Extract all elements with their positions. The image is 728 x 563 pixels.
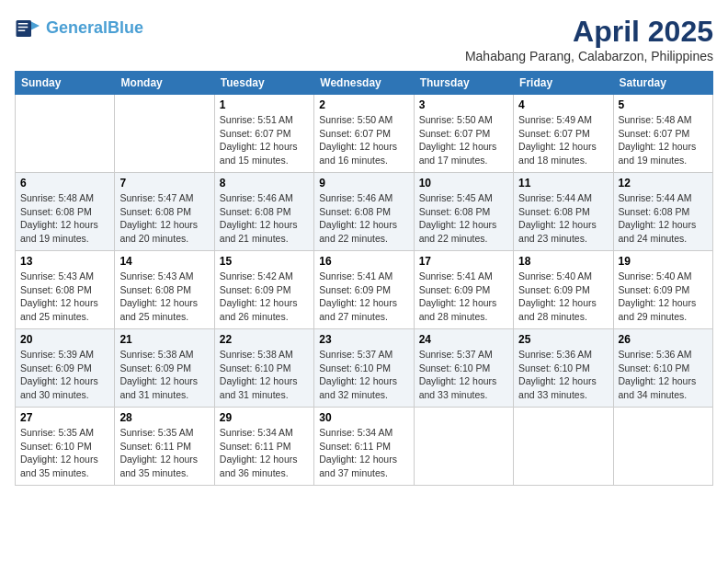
day-info: Sunrise: 5:51 AM Sunset: 6:07 PM Dayligh… xyxy=(220,113,309,167)
calendar-day-cell: 14Sunrise: 5:43 AM Sunset: 6:08 PM Dayli… xyxy=(115,251,214,329)
calendar-day-cell: 16Sunrise: 5:41 AM Sunset: 6:09 PM Dayli… xyxy=(314,251,414,329)
calendar-day-cell xyxy=(115,95,214,173)
day-info: Sunrise: 5:37 AM Sunset: 6:10 PM Dayligh… xyxy=(319,348,408,402)
day-info: Sunrise: 5:40 AM Sunset: 6:09 PM Dayligh… xyxy=(619,270,708,324)
day-info: Sunrise: 5:50 AM Sunset: 6:07 PM Dayligh… xyxy=(319,113,408,167)
weekday-header: Wednesday xyxy=(314,72,414,95)
svg-rect-0 xyxy=(17,20,32,37)
day-number: 5 xyxy=(619,98,708,111)
calendar-day-cell: 15Sunrise: 5:42 AM Sunset: 6:09 PM Dayli… xyxy=(214,251,313,329)
day-number: 11 xyxy=(518,177,608,190)
day-info: Sunrise: 5:44 AM Sunset: 6:08 PM Dayligh… xyxy=(518,191,608,246)
calendar-day-cell: 19Sunrise: 5:40 AM Sunset: 6:09 PM Dayli… xyxy=(613,251,712,329)
weekday-header: Sunday xyxy=(16,72,115,95)
calendar-day-cell: 13Sunrise: 5:43 AM Sunset: 6:08 PM Dayli… xyxy=(16,251,115,329)
day-number: 30 xyxy=(319,411,408,424)
day-number: 25 xyxy=(518,333,608,346)
day-info: Sunrise: 5:45 AM Sunset: 6:08 PM Dayligh… xyxy=(419,191,508,246)
svg-marker-1 xyxy=(31,22,40,30)
day-number: 3 xyxy=(419,98,508,111)
calendar-day-cell: 17Sunrise: 5:41 AM Sunset: 6:09 PM Dayli… xyxy=(414,251,513,329)
calendar-day-cell: 28Sunrise: 5:35 AM Sunset: 6:11 PM Dayli… xyxy=(115,408,214,486)
calendar-day-cell: 2Sunrise: 5:50 AM Sunset: 6:07 PM Daylig… xyxy=(314,95,414,173)
day-info: Sunrise: 5:44 AM Sunset: 6:08 PM Dayligh… xyxy=(619,191,708,246)
day-info: Sunrise: 5:48 AM Sunset: 6:07 PM Dayligh… xyxy=(619,113,708,167)
day-info: Sunrise: 5:50 AM Sunset: 6:07 PM Dayligh… xyxy=(419,113,508,167)
day-number: 9 xyxy=(319,177,408,190)
calendar-day-cell: 27Sunrise: 5:35 AM Sunset: 6:10 PM Dayli… xyxy=(16,408,115,486)
calendar-day-cell: 18Sunrise: 5:40 AM Sunset: 6:09 PM Dayli… xyxy=(514,251,613,329)
page-header: GeneralBlue April 2025 Mahabang Parang, … xyxy=(15,15,713,63)
calendar-day-cell: 22Sunrise: 5:38 AM Sunset: 6:10 PM Dayli… xyxy=(214,329,313,408)
day-number: 20 xyxy=(20,333,109,346)
calendar-day-cell: 24Sunrise: 5:37 AM Sunset: 6:10 PM Dayli… xyxy=(414,329,513,408)
calendar-table: SundayMondayTuesdayWednesdayThursdayFrid… xyxy=(15,71,713,486)
calendar-day-cell: 9Sunrise: 5:46 AM Sunset: 6:08 PM Daylig… xyxy=(314,173,414,251)
month-title: April 2025 xyxy=(465,15,713,49)
calendar-week-row: 6Sunrise: 5:48 AM Sunset: 6:08 PM Daylig… xyxy=(16,173,713,251)
day-info: Sunrise: 5:35 AM Sunset: 6:10 PM Dayligh… xyxy=(20,426,109,480)
calendar-header-row: SundayMondayTuesdayWednesdayThursdayFrid… xyxy=(16,72,713,95)
svg-rect-4 xyxy=(18,30,26,32)
calendar-day-cell: 5Sunrise: 5:48 AM Sunset: 6:07 PM Daylig… xyxy=(613,95,712,173)
calendar-day-cell xyxy=(613,408,712,486)
calendar-day-cell: 29Sunrise: 5:34 AM Sunset: 6:11 PM Dayli… xyxy=(214,408,313,486)
day-info: Sunrise: 5:39 AM Sunset: 6:09 PM Dayligh… xyxy=(20,348,109,402)
calendar-day-cell: 26Sunrise: 5:36 AM Sunset: 6:10 PM Dayli… xyxy=(613,329,712,408)
calendar-day-cell: 8Sunrise: 5:46 AM Sunset: 6:08 PM Daylig… xyxy=(214,173,313,251)
day-info: Sunrise: 5:49 AM Sunset: 6:07 PM Dayligh… xyxy=(518,113,608,167)
day-info: Sunrise: 5:37 AM Sunset: 6:10 PM Dayligh… xyxy=(419,348,508,402)
day-number: 23 xyxy=(319,333,408,346)
day-number: 14 xyxy=(119,255,209,268)
day-number: 7 xyxy=(119,177,209,190)
calendar-day-cell: 11Sunrise: 5:44 AM Sunset: 6:08 PM Dayli… xyxy=(514,173,613,251)
day-info: Sunrise: 5:43 AM Sunset: 6:08 PM Dayligh… xyxy=(119,270,209,324)
calendar-day-cell: 6Sunrise: 5:48 AM Sunset: 6:08 PM Daylig… xyxy=(16,173,115,251)
calendar-day-cell xyxy=(414,408,513,486)
day-number: 19 xyxy=(619,255,708,268)
logo: GeneralBlue xyxy=(15,15,143,42)
calendar-day-cell: 1Sunrise: 5:51 AM Sunset: 6:07 PM Daylig… xyxy=(214,95,313,173)
calendar-day-cell xyxy=(514,408,613,486)
calendar-day-cell: 12Sunrise: 5:44 AM Sunset: 6:08 PM Dayli… xyxy=(613,173,712,251)
day-number: 4 xyxy=(518,98,608,111)
calendar-day-cell: 30Sunrise: 5:34 AM Sunset: 6:11 PM Dayli… xyxy=(314,408,414,486)
weekday-header: Tuesday xyxy=(214,72,313,95)
day-info: Sunrise: 5:36 AM Sunset: 6:10 PM Dayligh… xyxy=(518,348,608,402)
weekday-header: Saturday xyxy=(613,72,712,95)
day-number: 8 xyxy=(220,177,309,190)
calendar-day-cell: 21Sunrise: 5:38 AM Sunset: 6:09 PM Dayli… xyxy=(115,329,214,408)
day-number: 12 xyxy=(619,177,708,190)
day-number: 15 xyxy=(220,255,309,268)
day-info: Sunrise: 5:34 AM Sunset: 6:11 PM Dayligh… xyxy=(220,426,309,480)
day-number: 27 xyxy=(20,411,109,424)
calendar-day-cell: 10Sunrise: 5:45 AM Sunset: 6:08 PM Dayli… xyxy=(414,173,513,251)
day-number: 26 xyxy=(619,333,708,346)
day-number: 18 xyxy=(518,255,608,268)
weekday-header: Monday xyxy=(115,72,214,95)
day-number: 28 xyxy=(119,411,209,424)
day-number: 2 xyxy=(319,98,408,111)
title-area: April 2025 Mahabang Parang, Calabarzon, … xyxy=(465,15,713,63)
weekday-header: Thursday xyxy=(414,72,513,95)
calendar-week-row: 1Sunrise: 5:51 AM Sunset: 6:07 PM Daylig… xyxy=(16,95,713,173)
calendar-day-cell: 4Sunrise: 5:49 AM Sunset: 6:07 PM Daylig… xyxy=(514,95,613,173)
day-info: Sunrise: 5:41 AM Sunset: 6:09 PM Dayligh… xyxy=(419,270,508,324)
day-number: 13 xyxy=(20,255,109,268)
day-info: Sunrise: 5:43 AM Sunset: 6:08 PM Dayligh… xyxy=(20,270,109,324)
day-number: 29 xyxy=(220,411,309,424)
calendar-week-row: 27Sunrise: 5:35 AM Sunset: 6:10 PM Dayli… xyxy=(16,408,713,486)
calendar-day-cell: 23Sunrise: 5:37 AM Sunset: 6:10 PM Dayli… xyxy=(314,329,414,408)
day-number: 1 xyxy=(220,98,309,111)
day-number: 22 xyxy=(220,333,309,346)
day-info: Sunrise: 5:46 AM Sunset: 6:08 PM Dayligh… xyxy=(319,191,408,246)
day-number: 17 xyxy=(419,255,508,268)
svg-rect-2 xyxy=(18,23,28,25)
calendar-day-cell: 3Sunrise: 5:50 AM Sunset: 6:07 PM Daylig… xyxy=(414,95,513,173)
calendar-day-cell: 7Sunrise: 5:47 AM Sunset: 6:08 PM Daylig… xyxy=(115,173,214,251)
calendar-week-row: 20Sunrise: 5:39 AM Sunset: 6:09 PM Dayli… xyxy=(16,329,713,408)
day-number: 16 xyxy=(319,255,408,268)
day-info: Sunrise: 5:40 AM Sunset: 6:09 PM Dayligh… xyxy=(518,270,608,324)
day-info: Sunrise: 5:36 AM Sunset: 6:10 PM Dayligh… xyxy=(619,348,708,402)
day-info: Sunrise: 5:46 AM Sunset: 6:08 PM Dayligh… xyxy=(220,191,309,246)
